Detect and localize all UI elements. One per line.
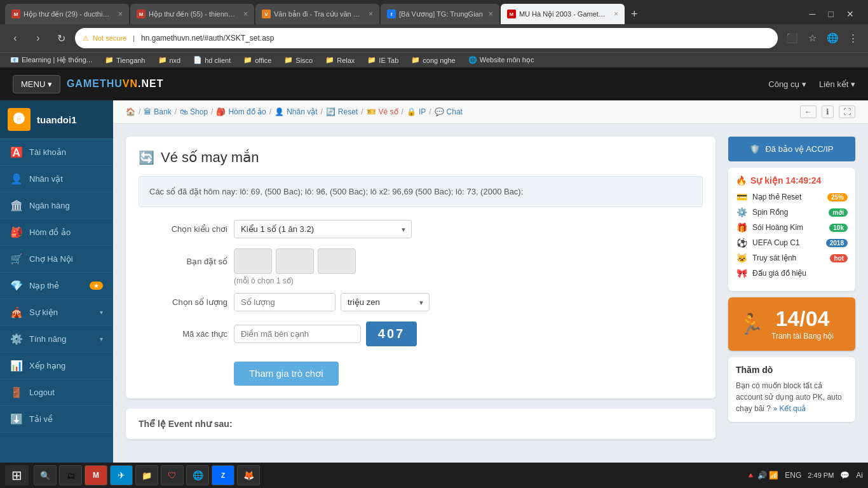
breadcrumb-chat[interactable]: 💬 Chat (435, 107, 463, 116)
unit-select[interactable]: triệu zen nghìn zen zen (341, 293, 430, 311)
browser-tab-5[interactable]: M MU Hà Nội 2003 - Gamethu VI... × (501, 4, 625, 24)
profile-button[interactable]: 🌐 (824, 29, 841, 47)
breadcrumb-nhanvat[interactable]: 👤 Nhân vật (275, 107, 317, 116)
start-button[interactable]: ⊞ (5, 465, 29, 485)
captcha-input[interactable] (234, 325, 361, 343)
number-input-1[interactable] (234, 248, 272, 274)
breadcrumb-reset[interactable]: 🔄 Reset (326, 107, 358, 116)
address-bar-row: ‹ › ↻ ⚠ Not secure | hn.gamethuvn.net/#a… (0, 24, 868, 52)
header-cong-cu[interactable]: Công cụ ▾ (768, 79, 806, 89)
forward-button[interactable]: › (29, 29, 47, 47)
event-item-daugiadohieu[interactable]: 🎀 Đấu giá đồ hiệu (736, 268, 848, 278)
address-bar[interactable]: ⚠ Not secure | hn.gamethuvn.net/#auth/XS… (75, 28, 778, 48)
bookmark-websitemonhoc-icon: 🌐 (468, 56, 477, 64)
sidebar-item-nganhang[interactable]: 🏛️ Ngân hàng (0, 193, 113, 219)
so-luong-input[interactable] (234, 293, 336, 311)
bc-info[interactable]: ℹ (822, 105, 834, 118)
bookmark-congnghe[interactable]: 📁 cong nghe (407, 55, 459, 65)
taskbar-notification-icon[interactable]: 💬 (840, 471, 850, 480)
maximize-button[interactable]: □ (825, 8, 837, 20)
bookmark-websitemonhoc[interactable]: 🌐 Website môn học (465, 55, 538, 65)
bookmark-relax[interactable]: 📁 Relax (322, 55, 358, 65)
extensions-button[interactable]: ⬛ (783, 29, 801, 47)
number-input-3[interactable] (318, 248, 356, 274)
browser-tab-2[interactable]: M Hộp thư đến (55) - thiennd.vn... × (130, 4, 254, 24)
tab-4-close[interactable]: × (489, 10, 493, 18)
breadcrumb-ip[interactable]: 🔒 IP (407, 107, 426, 116)
bookmark-office[interactable]: 📁 office (240, 55, 275, 65)
event-item-uefacup[interactable]: ⚽ UEFA Cup C1 2018 (736, 238, 848, 248)
sidebar-item-homdoao[interactable]: 🎒 Hòm đồ ảo (0, 219, 113, 246)
bookmark-tienganh[interactable]: 📁 Tienganh (101, 55, 149, 65)
event-item-napthe[interactable]: 💳 Nạp thẻ Reset 25% (736, 192, 848, 202)
tab-1-close[interactable]: × (118, 10, 123, 18)
tab-5-close[interactable]: × (614, 10, 618, 18)
protected-acc-button[interactable]: 🛡️ Đã bảo vệ ACC/IP (728, 137, 855, 161)
sidebar-item-xephang[interactable]: 📊 Xếp hạng (0, 353, 113, 379)
bookmark-congnghe-label: cong nghe (423, 57, 455, 64)
number-input-2[interactable] (276, 248, 314, 274)
poll-link[interactable]: » Kết quả (773, 404, 806, 413)
bc-fullscreen[interactable]: ⛶ (839, 105, 855, 118)
taskbar-app-gmail[interactable]: M (85, 465, 107, 485)
taskbar-app-firefox[interactable]: 🦊 (237, 465, 260, 485)
event-item-soihoangkim[interactable]: 🎁 Sói Hoàng Kim 10k (736, 222, 848, 233)
close-button[interactable]: ✕ (843, 8, 858, 20)
bookmark-elearning[interactable]: 📧 Elearning | Hệ thống... (6, 55, 96, 65)
kieu-choi-select[interactable]: Kiểu 1 số (1 ăn 3.2) Kiểu 2 số (1 ăn 6.4… (234, 220, 412, 238)
bc-arrow-left[interactable]: ← (800, 105, 817, 118)
header-lien-ket[interactable]: Liên kết ▾ (819, 79, 855, 89)
bookmark-sisco-label: Sisco (295, 57, 313, 64)
breadcrumb-veso[interactable]: 🎫 Vé số (367, 107, 398, 116)
minimize-button[interactable]: ─ (806, 8, 820, 20)
new-tab-button[interactable]: + (626, 5, 643, 24)
shop-icon: 🛍 (180, 107, 187, 116)
bookmark-hdclient[interactable]: 📄 hd client (189, 55, 234, 65)
poll-title: Thăm dò (736, 365, 848, 375)
bookmark-tienganh-label: Tienganh (116, 57, 145, 64)
sidebar-item-tinhnang[interactable]: ⚙️ Tính năng ▾ (0, 326, 113, 353)
settings-button[interactable]: ⋮ (844, 29, 862, 47)
bookmark-ietab[interactable]: 📁 IE Tab (363, 55, 402, 65)
event-item-spinrong[interactable]: ⚙️ Spin Rồng mới (736, 207, 848, 217)
taskbar-app-taskview[interactable]: 🗂 (59, 465, 82, 485)
sidebar-item-logout[interactable]: 🚪 Logout (0, 379, 113, 406)
menu-button[interactable]: MENU ▾ (13, 75, 60, 93)
event-item-truysatlenh[interactable]: 🐱 Truy sát lệnh hot (736, 253, 848, 263)
breadcrumb-shop[interactable]: 🛍 Shop (180, 107, 208, 116)
breadcrumb-bank[interactable]: 🏛 Bank (144, 107, 171, 116)
breadcrumb-home[interactable]: 🏠 (126, 107, 135, 116)
sidebar-item-napthe[interactable]: 💎 Nạp thẻ ★ (0, 273, 113, 299)
tab-3-close[interactable]: × (369, 10, 373, 18)
tab-bar: M Hộp thư đến (29) - ducthien27... × M H… (0, 0, 868, 24)
username: tuandoi1 (37, 114, 77, 125)
back-button[interactable]: ‹ (6, 29, 24, 47)
bookmark-sisco[interactable]: 📁 Sisco (280, 55, 316, 65)
submit-button[interactable]: Tham gia trò chơi (234, 362, 339, 386)
taskbar-app-explorer[interactable]: 📁 (135, 465, 158, 485)
taskbar-app-chrome[interactable]: 🌐 (186, 465, 209, 485)
captcha-row: 407 (234, 322, 417, 346)
taskbar-app-zalo[interactable]: Z (212, 465, 234, 485)
tab-2-close[interactable]: × (243, 10, 248, 18)
taskbar-app-antivirus[interactable]: 🛡 (161, 465, 184, 485)
browser-chrome: M Hộp thư đến (29) - ducthien27... × M H… (0, 0, 868, 67)
bookmark-nxd[interactable]: 📁 nxd (154, 55, 185, 65)
reload-button[interactable]: ↻ (52, 29, 70, 47)
bookmark-star-button[interactable]: ☆ (803, 29, 821, 47)
tinhnang-arrow: ▾ (100, 336, 103, 342)
sidebar-item-taikhoan[interactable]: 🅰️ Tài khoản (0, 139, 113, 166)
breadcrumb-homdoao[interactable]: 🎒 Hòm đồ ảo (216, 107, 266, 116)
sidebar-item-chohanol[interactable]: 🛒 Chợ Hà Nội (0, 246, 113, 273)
taskbar-app-cortana[interactable]: 🔍 (34, 465, 57, 485)
taskbar-app-telegram[interactable]: ✈ (110, 465, 133, 485)
taskbar: ⊞ 🔍 🗂 M ✈ 📁 🛡 🌐 Z 🦊 🔺 🔊 📶 ENG 2:49 PM 💬 … (0, 463, 868, 488)
bookmark-ietab-label: IE Tab (379, 57, 398, 64)
event-section: Thể lệ Event như sau: (126, 409, 715, 439)
sidebar-item-taive[interactable]: ⬇️ Tải về (0, 406, 113, 433)
browser-tab-4[interactable]: f [Bá Vương] TG: TrungGian × (381, 4, 499, 24)
browser-tab-3[interactable]: V Văn bản đi - Tra cứu văn bản đi × (255, 4, 379, 24)
browser-tab-1[interactable]: M Hộp thư đến (29) - ducthien27... × (5, 4, 129, 24)
sidebar-item-sukien[interactable]: 🎪 Sự kiện ▾ (0, 299, 113, 326)
sidebar-item-nhanvat[interactable]: 👤 Nhân vật (0, 166, 113, 193)
